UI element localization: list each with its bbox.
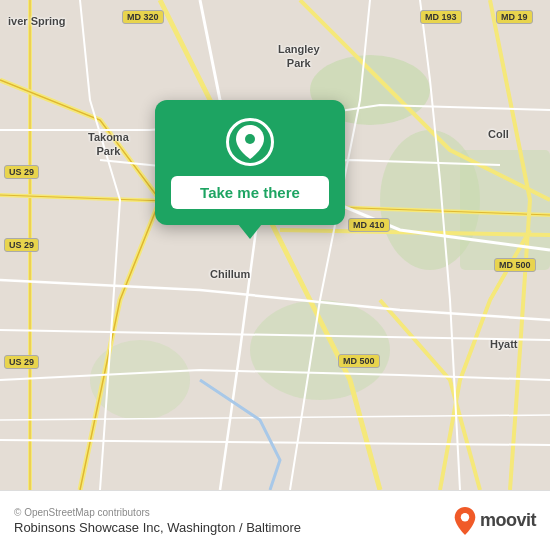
us29b-shield: US 29 — [4, 238, 39, 252]
svg-point-9 — [461, 513, 469, 521]
location-popup: Take me there — [155, 100, 345, 225]
md500a-shield: MD 500 — [338, 354, 380, 368]
md320-shield: MD 320 — [122, 10, 164, 24]
moovit-label: moovit — [480, 510, 536, 531]
bottom-bar: © OpenStreetMap contributors Robinsons S… — [0, 490, 550, 550]
md193-shield: MD 193 — [420, 10, 462, 24]
us29a-shield: US 29 — [4, 165, 39, 179]
svg-rect-5 — [460, 150, 550, 270]
md410-shield: MD 410 — [348, 218, 390, 232]
location-info: © OpenStreetMap contributors Robinsons S… — [14, 507, 301, 535]
svg-point-8 — [245, 134, 255, 144]
take-me-there-button[interactable]: Take me there — [171, 176, 329, 209]
map-view: iver Spring LangleyPark TakomaPark Chill… — [0, 0, 550, 490]
md19-shield: MD 19 — [496, 10, 533, 24]
us29c-shield: US 29 — [4, 355, 39, 369]
moovit-logo[interactable]: moovit — [454, 507, 536, 535]
copyright-text: © OpenStreetMap contributors — [14, 507, 301, 518]
location-pin-icon — [226, 118, 274, 166]
location-title: Robinsons Showcase Inc, Washington / Bal… — [14, 520, 301, 535]
md500b-shield: MD 500 — [494, 258, 536, 272]
moovit-pin-icon — [454, 507, 476, 535]
